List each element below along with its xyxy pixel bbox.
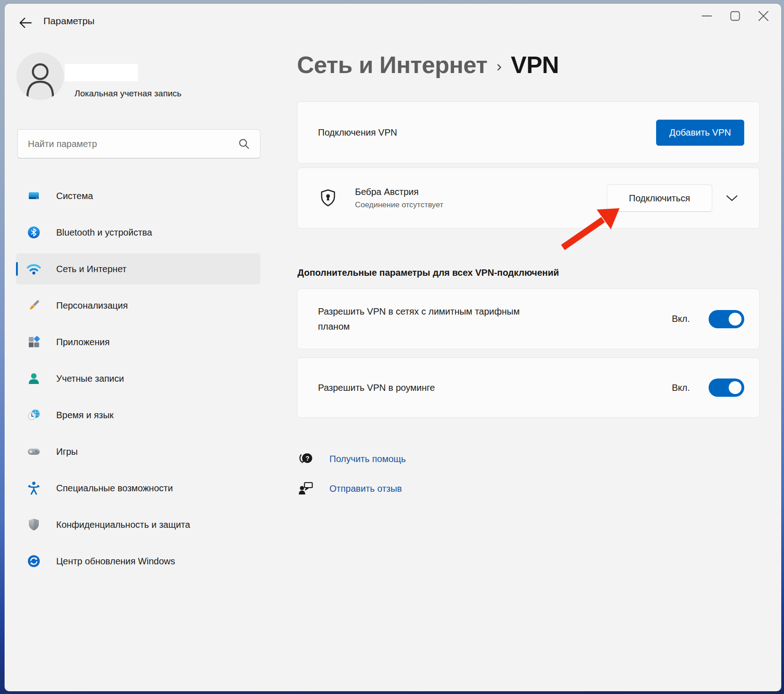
personalization-icon: [26, 298, 41, 313]
sidebar-item-label: Сеть и Интернет: [56, 264, 127, 274]
sidebar-item-label: Учетные записи: [56, 373, 124, 384]
bluetooth-icon: [26, 225, 41, 240]
vpn-roaming-setting-row: Разрешить VPN в роуминге Вкл.: [297, 358, 760, 418]
accounts-icon: [26, 371, 41, 386]
sidebar-item-label: Система: [56, 191, 93, 201]
metered-setting-label: Разрешить VPN в сетях с лимитным тарифны…: [318, 304, 533, 334]
breadcrumb: Сеть и Интернет › VPN: [297, 51, 559, 79]
roaming-toggle-state: Вкл.: [672, 383, 690, 393]
send-feedback-row: Отправить отзыв: [298, 478, 402, 499]
vpn-connections-card: Подключения VPN Добавить VPN: [297, 101, 760, 163]
vpn-connections-label: Подключения VPN: [318, 127, 656, 138]
user-account-type: Локальная учетная запись: [74, 89, 181, 99]
search-icon[interactable]: [238, 138, 250, 150]
vpn-shield-icon: [320, 189, 336, 208]
sidebar-item-gaming[interactable]: Игры: [16, 436, 260, 467]
windows-update-icon: [26, 554, 41, 568]
advanced-section-title: Дополнительные параметры для всех VPN-по…: [297, 268, 559, 278]
svg-text:?: ?: [306, 455, 310, 462]
add-vpn-button[interactable]: Добавить VPN: [656, 120, 744, 146]
privacy-icon: [26, 517, 41, 532]
search-input[interactable]: [18, 139, 238, 149]
selected-accent-bar: [16, 262, 18, 276]
get-help-icon: ?: [298, 451, 314, 467]
sidebar-item-accessibility[interactable]: Специальные возможности: [16, 473, 260, 504]
sidebar-item-apps[interactable]: Приложения: [16, 326, 260, 358]
app-title: Параметры: [43, 16, 95, 26]
roaming-toggle[interactable]: [709, 379, 744, 397]
get-help-row: ? Получить помощь: [298, 449, 406, 469]
get-help-link[interactable]: Получить помощь: [329, 454, 406, 464]
vpn-connection-row: Бебра Австрия Соединение отсутствует Под…: [297, 168, 760, 229]
breadcrumb-separator-icon: ›: [497, 57, 502, 75]
sidebar-item-personalization[interactable]: Персонализация: [16, 290, 260, 321]
gaming-icon: [26, 444, 41, 459]
sidebar-item-accounts[interactable]: Учетные записи: [16, 363, 260, 394]
avatar: [16, 53, 64, 100]
user-icon: [16, 53, 64, 100]
user-name-redacted: [65, 64, 138, 81]
connect-button[interactable]: Подключиться: [607, 184, 712, 212]
main-content: Сеть и Интернет › VPN Подключения VPN До…: [297, 4, 760, 691]
metered-toggle[interactable]: [709, 310, 744, 328]
vpn-connection-status: Соединение отсутствует: [355, 200, 607, 210]
vpn-connection-info: Бебра Австрия Соединение отсутствует: [355, 187, 607, 210]
sidebar-item-label: Приложения: [56, 337, 110, 347]
back-button[interactable]: [16, 14, 36, 32]
send-feedback-link[interactable]: Отправить отзыв: [329, 484, 402, 494]
send-feedback-icon: [298, 480, 314, 497]
settings-window: Параметры Локальная учетная запись: [5, 4, 781, 691]
sidebar-item-label: Персонализация: [56, 300, 128, 311]
breadcrumb-parent[interactable]: Сеть и Интернет: [297, 51, 487, 79]
page-title: VPN: [511, 51, 559, 79]
metered-toggle-state: Вкл.: [672, 314, 690, 324]
sidebar-item-bluetooth[interactable]: Bluetooth и устройства: [16, 217, 260, 248]
roaming-setting-label: Разрешить VPN в роуминге: [318, 380, 533, 395]
sidebar-nav: Система Bluetooth и устройства: [16, 180, 260, 582]
sidebar-item-label: Bluetooth и устройства: [56, 227, 152, 238]
sidebar-item-windows-update[interactable]: Центр обновления Windows: [16, 546, 260, 577]
sidebar-item-system[interactable]: Система: [16, 180, 260, 211]
sidebar-item-label: Специальные возможности: [56, 483, 173, 494]
sidebar-item-label: Центр обновления Windows: [56, 556, 175, 567]
expand-connection-button[interactable]: [726, 195, 738, 202]
toggle-knob: [729, 381, 742, 394]
accessibility-icon: [26, 481, 41, 495]
sidebar-item-privacy[interactable]: Конфиденциальность и защита: [16, 509, 260, 540]
sidebar-item-label: Конфиденциальность и защита: [56, 520, 190, 530]
sidebar-item-label: Игры: [56, 447, 78, 457]
back-arrow-icon: [19, 17, 32, 29]
search-box: [17, 129, 260, 158]
sidebar-item-time-language[interactable]: Время и язык: [16, 400, 260, 431]
vpn-connection-name: Бебра Австрия: [355, 187, 607, 197]
chevron-down-icon: [726, 195, 738, 202]
time-language-icon: [26, 408, 41, 422]
sidebar-item-label: Время и язык: [56, 410, 114, 421]
vpn-metered-setting-row: Разрешить VPN в сетях с лимитным тарифны…: [297, 289, 760, 349]
sidebar-item-network[interactable]: Сеть и Интернет: [16, 253, 260, 284]
toggle-knob: [729, 313, 742, 326]
system-icon: [26, 189, 41, 203]
apps-icon: [26, 335, 41, 349]
network-icon: [26, 262, 41, 276]
